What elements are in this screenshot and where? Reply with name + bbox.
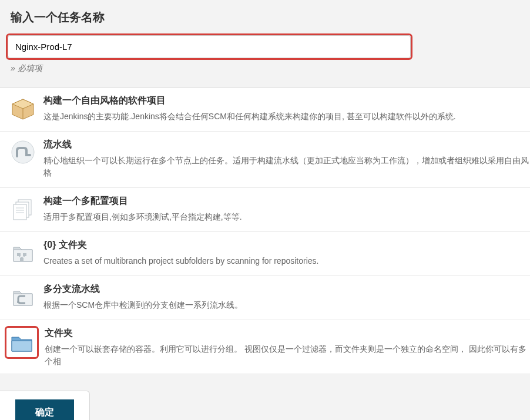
item-desc: Creates a set of multibranch project sub… [43,255,530,267]
svg-rect-10 [17,253,21,256]
task-name-input-highlight [6,33,412,60]
item-org-folder[interactable]: {0} 文件夹 Creates a set of multibranch pro… [0,232,530,276]
pipeline-icon [10,140,36,164]
project-type-list: 构建一个自由风格的软件项目 这是Jenkins的主要功能.Jenkins将会结合… [0,87,530,374]
item-title: 构建一个多配置项目 [43,195,530,207]
svg-rect-12 [20,258,24,261]
folder-icon [9,330,35,355]
box-icon [10,96,36,120]
multiconfig-icon [10,196,36,221]
item-pipeline[interactable]: 流水线 精心地组织一个可以长期运行在多个节点上的任务。适用于构建流水线（更加正式… [0,132,530,188]
item-multiconfig[interactable]: 构建一个多配置项目 适用于多配置项目,例如多环境测试,平台指定构建,等等. [0,188,530,232]
folder-icon-highlight [5,326,39,359]
item-desc: 根据一个SCM仓库中检测到的分支创建一系列流水线。 [43,299,530,311]
item-desc: 创建一个可以嵌套存储的容器。利用它可以进行分组。 视图仅仅是一个过滤器，而文件夹… [45,343,530,368]
svg-rect-6 [14,204,26,220]
svg-rect-11 [23,253,26,256]
task-name-input[interactable] [8,35,411,58]
page-title: 输入一个任务名称 [0,0,530,33]
item-folder[interactable]: 文件夹 创建一个可以嵌套存储的容器。利用它可以进行分组。 视图仅仅是一个过滤器，… [0,320,530,374]
item-freestyle[interactable]: 构建一个自由风格的软件项目 这是Jenkins的主要功能.Jenkins将会结合… [0,88,530,132]
item-desc: 这是Jenkins的主要功能.Jenkins将会结合任何SCM和任何构建系统来构… [43,110,530,123]
item-desc: 适用于多配置项目,例如多环境测试,平台指定构建,等等. [43,211,530,223]
item-title: 流水线 [43,139,530,151]
item-title: 文件夹 [45,327,530,340]
item-title: 多分支流水线 [43,283,530,295]
footer-box: 确定 [0,391,90,420]
svg-point-3 [12,141,34,163]
footer: 确定 [0,391,530,420]
item-multibranch[interactable]: 多分支流水线 根据一个SCM仓库中检测到的分支创建一系列流水线。 [0,276,530,320]
required-hint: » 必填项 [0,63,530,87]
org-folder-icon [10,240,36,265]
item-title: {0} 文件夹 [43,239,530,251]
ok-button[interactable]: 确定 [15,399,74,420]
multibranch-icon [10,284,36,309]
item-desc: 精心地组织一个可以长期运行在多个节点上的任务。适用于构建流水线（更加正式地应当称… [43,154,530,179]
item-title: 构建一个自由风格的软件项目 [43,95,530,107]
